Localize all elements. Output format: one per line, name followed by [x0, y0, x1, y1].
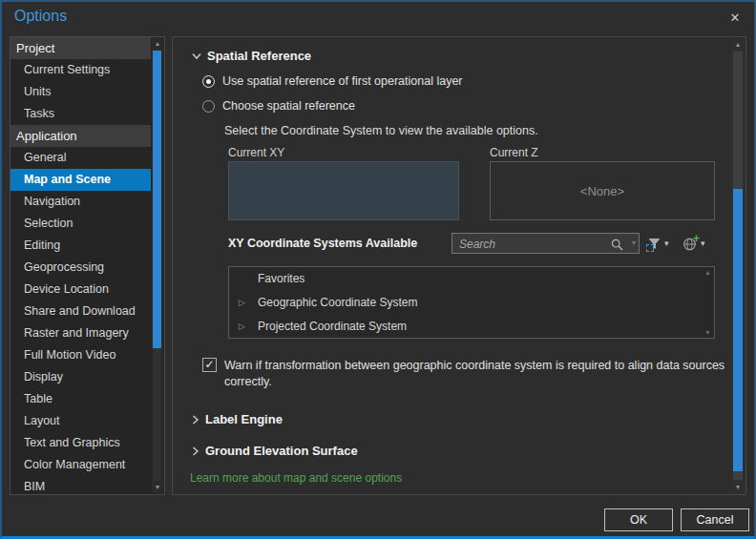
scroll-down-icon[interactable]: ▼: [152, 482, 163, 493]
cancel-button[interactable]: Cancel: [681, 508, 749, 531]
sidebar-item-display[interactable]: Display: [10, 366, 151, 388]
sidebar-group-application: Application: [10, 125, 151, 147]
search-icon[interactable]: [611, 238, 623, 255]
sidebar-item-bim[interactable]: BIM: [10, 476, 151, 498]
tree-item-projected-coordinate-system[interactable]: ▷ Projected Coordinate System: [229, 315, 714, 339]
sidebar-list: Project Current Settings Units Tasks App…: [10, 37, 151, 494]
globe-dropdown-icon[interactable]: ▾: [701, 239, 705, 248]
expander-icon[interactable]: ▷: [239, 291, 245, 315]
section-spatial-reference[interactable]: Spatial Reference: [192, 49, 311, 63]
add-coordinate-system-button[interactable]: + ▾: [682, 233, 705, 255]
section-title: Label Engine: [205, 412, 283, 426]
search-dropdown-icon[interactable]: ▾: [632, 238, 636, 247]
sidebar-item-layout[interactable]: Layout: [10, 410, 151, 432]
filter-button[interactable]: ▾: [647, 233, 669, 255]
checkbox-checked-icon[interactable]: ✓: [202, 358, 217, 372]
chevron-right-icon: [192, 415, 200, 425]
sidebar-item-text-and-graphics[interactable]: Text and Graphics: [10, 432, 151, 454]
sidebar-item-general[interactable]: General: [10, 147, 151, 169]
learn-more-link[interactable]: Learn more about map and scene options: [190, 471, 402, 485]
coordinate-system-instruction: Select the Coordinate System to view the…: [224, 124, 538, 137]
current-z-value: <None>: [580, 184, 624, 198]
tree-item-favorites[interactable]: Favorites: [229, 267, 714, 291]
radio-label: Choose spatial reference: [222, 99, 355, 113]
section-ground-elevation-surface[interactable]: Ground Elevation Surface: [192, 444, 358, 458]
expander-icon[interactable]: ▷: [239, 315, 245, 339]
chevron-down-icon: [192, 52, 201, 60]
chevron-right-icon: [192, 446, 200, 456]
scroll-up-icon[interactable]: ▲: [731, 38, 745, 51]
sidebar-item-map-and-scene[interactable]: Map and Scene: [10, 169, 151, 191]
close-icon[interactable]: ✕: [725, 9, 745, 28]
sidebar-item-table[interactable]: Table: [10, 388, 151, 410]
filter-icon: [647, 237, 662, 251]
sidebar-item-editing[interactable]: Editing: [10, 235, 151, 257]
radio-unselected-icon: [202, 100, 215, 113]
ok-button[interactable]: OK: [604, 508, 673, 531]
warn-checkbox-label: Warn if transformation between geographi…: [224, 358, 740, 390]
tree-item-geographic-coordinate-system[interactable]: ▷ Geographic Coordinate System: [229, 291, 714, 315]
current-z-value-box[interactable]: <None>: [490, 161, 715, 220]
options-dialog: { "window": { "title": "Options" }, "ico…: [0, 0, 756, 539]
sidebar-item-geoprocessing[interactable]: Geoprocessing: [10, 257, 151, 279]
content-scrollbar[interactable]: ▲ ▼: [731, 38, 745, 493]
filter-dropdown-icon[interactable]: ▾: [664, 239, 669, 248]
filter-selection-icon: [646, 244, 654, 252]
window-title: Options: [14, 8, 67, 25]
tree-item-label: Favorites: [258, 272, 304, 285]
sidebar-group-project: Project: [10, 37, 151, 59]
section-label-engine[interactable]: Label Engine: [192, 412, 283, 426]
current-xy-value-box[interactable]: [228, 161, 459, 220]
sidebar-item-selection[interactable]: Selection: [10, 213, 151, 235]
current-xy-label: Current XY: [228, 146, 284, 159]
radio-label: Use spatial reference of first operation…: [222, 74, 463, 88]
scrollbar-thumb[interactable]: [733, 189, 743, 471]
radio-choose-spatial-reference[interactable]: Choose spatial reference: [202, 99, 355, 113]
plus-icon: +: [693, 233, 700, 244]
coordinate-systems-tree: ▲ Favorites ▷ Geographic Coordinate Syst…: [228, 266, 715, 339]
warn-transformation-checkbox-row[interactable]: ✓ Warn if transformation between geograp…: [202, 358, 740, 390]
sidebar-item-device-location[interactable]: Device Location: [10, 279, 151, 301]
options-content-panel: Spatial Reference Use spatial reference …: [172, 36, 746, 495]
current-z-label: Current Z: [490, 146, 538, 159]
section-title: Spatial Reference: [207, 49, 311, 63]
section-title: Ground Elevation Surface: [205, 444, 358, 458]
sidebar-item-color-management[interactable]: Color Management: [10, 454, 151, 476]
checkmark-icon: ✓: [203, 359, 216, 371]
sidebar-scrollbar[interactable]: ▲ ▼: [152, 38, 163, 493]
sidebar-item-full-motion-video[interactable]: Full Motion Video: [10, 344, 151, 366]
sidebar-item-navigation[interactable]: Navigation: [10, 191, 151, 213]
scroll-up-icon[interactable]: ▲: [152, 38, 163, 50]
tree-item-label: Projected Coordinate System: [258, 320, 407, 333]
search-box: ▾: [452, 233, 640, 254]
radio-use-spatial-reference[interactable]: Use spatial reference of first operation…: [202, 74, 463, 88]
globe-add-icon: +: [682, 237, 698, 252]
sidebar-item-share-and-download[interactable]: Share and Download: [10, 301, 151, 322]
scroll-down-icon[interactable]: ▼: [731, 481, 745, 493]
tree-item-label: Geographic Coordinate System: [258, 296, 417, 309]
scrollbar-thumb[interactable]: [153, 51, 161, 348]
sidebar: Project Current Settings Units Tasks App…: [10, 36, 165, 495]
sidebar-item-units[interactable]: Units: [10, 81, 151, 103]
search-input[interactable]: [457, 234, 604, 255]
xy-systems-available-label: XY Coordinate Systems Available: [228, 237, 417, 250]
radio-selected-icon: [202, 75, 215, 88]
sidebar-item-current-settings[interactable]: Current Settings: [10, 59, 151, 81]
sidebar-item-tasks[interactable]: Tasks: [10, 103, 151, 125]
sidebar-item-raster-and-imagery[interactable]: Raster and Imagery: [10, 322, 151, 344]
tree-scroll-down-icon[interactable]: ▼: [704, 329, 711, 336]
